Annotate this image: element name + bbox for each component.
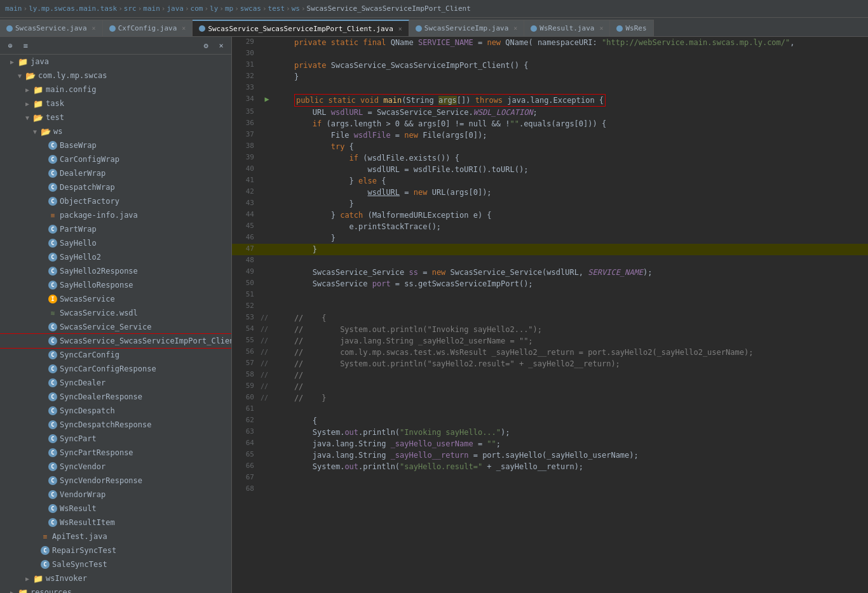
tree-salesynctest[interactable]: ▶ C SaleSyncTest bbox=[0, 557, 231, 571]
tree-partwrap[interactable]: ▶ C PartWrap bbox=[0, 222, 231, 236]
tab-wsres[interactable]: WsRes bbox=[610, 20, 653, 36]
code-35[interactable]: URL wsdlURL = SwcasService_Service.WSDL_… bbox=[273, 107, 868, 118]
code-31[interactable]: private SwcasService_SwcasServiceImpPort… bbox=[273, 60, 868, 71]
code-67[interactable] bbox=[273, 472, 868, 484]
tab-close-swcas-service[interactable]: × bbox=[92, 25, 96, 32]
breadcrumb-task[interactable]: ly.mp.swcas.main.task bbox=[29, 4, 117, 13]
code-44[interactable]: } catch (MalformedURLException e) { bbox=[273, 210, 868, 221]
tab-close-cxf[interactable]: × bbox=[182, 25, 186, 32]
tree-synccarconfig[interactable]: ▶ C SyncCarConfig bbox=[0, 348, 231, 362]
code-29[interactable]: private static final QName SERVICE_NAME … bbox=[273, 37, 868, 48]
tree-wsresult[interactable]: ▶ C WsResult bbox=[0, 502, 231, 516]
tree-sayhello[interactable]: ▶ C SayHello bbox=[0, 236, 231, 250]
tree-syncvendor[interactable]: ▶ C SyncVendor bbox=[0, 460, 231, 474]
code-66[interactable]: System.out.println("sayHello.result=" + … bbox=[273, 461, 868, 472]
tree-package-info[interactable]: ▶ ≡ package-info.java bbox=[0, 208, 231, 222]
tree-wsresultitem[interactable]: ▶ C WsResultItem bbox=[0, 516, 231, 530]
code-52[interactable] bbox=[273, 301, 868, 312]
tree-syncpart[interactable]: ▶ C SyncPart bbox=[0, 432, 231, 446]
settings-btn[interactable]: ⚙ bbox=[200, 39, 212, 52]
code-49[interactable]: SwcasService_Service ss = new SwcasServi… bbox=[273, 267, 868, 278]
code-30[interactable] bbox=[273, 48, 868, 60]
tree-syncdespatch-resp[interactable]: ▶ C SyncDespatchResponse bbox=[0, 418, 231, 432]
tree-syncvendor-resp[interactable]: ▶ C SyncVendorResponse bbox=[0, 474, 231, 488]
code-63[interactable]: System.out.println("Invoking sayHello...… bbox=[273, 427, 868, 438]
breadcrumb-com[interactable]: com bbox=[191, 4, 203, 13]
code-54[interactable]: // System.out.println("Invoking sayHello… bbox=[273, 324, 868, 335]
code-41[interactable]: } else { bbox=[273, 175, 868, 187]
tab-swcas-service[interactable]: SwcasService.java × bbox=[0, 20, 103, 36]
code-47[interactable]: } bbox=[273, 244, 868, 255]
tree-despatchwrap[interactable]: ▶ C DespatchWrap bbox=[0, 180, 231, 194]
breadcrumb-src[interactable]: src bbox=[124, 4, 137, 13]
code-32[interactable]: } bbox=[273, 71, 868, 83]
tab-cxf-config[interactable]: CxfConfig.java × bbox=[103, 20, 193, 36]
tab-close-wsresult[interactable]: × bbox=[599, 25, 603, 32]
breadcrumb-main[interactable]: main bbox=[5, 4, 22, 13]
code-56[interactable]: // com.ly.mp.swcas.test.ws.WsResult _say… bbox=[273, 347, 868, 358]
tree-main-config[interactable]: ▶ 📁 main.config bbox=[0, 83, 231, 97]
tab-swcas-client[interactable]: SwcasService_SwcasServiceImpPort_Client.… bbox=[193, 20, 409, 36]
breadcrumb-client[interactable]: SwcasService_SwcasServiceImpPort_Client bbox=[307, 4, 471, 13]
code-50[interactable]: SwcasService port = ss.getSwcasServiceIm… bbox=[273, 278, 868, 290]
code-65[interactable]: java.lang.String _sayHello__return = por… bbox=[273, 450, 868, 461]
code-39[interactable]: if (wsdlFile.exists()) { bbox=[273, 152, 868, 164]
navigate-btn[interactable]: ⊕ bbox=[4, 39, 17, 52]
code-45[interactable]: e.printStackTrace(); bbox=[273, 221, 868, 232]
tab-close-client[interactable]: × bbox=[398, 25, 402, 32]
breadcrumb-ws[interactable]: ws bbox=[292, 4, 300, 13]
tree-vendorwrap[interactable]: ▶ C VendorWrap bbox=[0, 488, 231, 502]
code-68[interactable] bbox=[273, 484, 868, 495]
tree-test[interactable]: ▼ 📂 test bbox=[0, 110, 231, 124]
tree-sayhelloresp[interactable]: ▶ C SayHelloResponse bbox=[0, 278, 231, 292]
tree-task[interactable]: ▶ 📁 task bbox=[0, 97, 231, 110]
tree-swcasservice[interactable]: ▶ I SwcasService bbox=[0, 292, 231, 306]
code-64[interactable]: java.lang.String _sayHello_userName = ""… bbox=[273, 438, 868, 450]
code-editor[interactable]: 29 private static final QName SERVICE_NA… bbox=[232, 37, 868, 593]
code-55[interactable]: // java.lang.String _sayHello2_userName … bbox=[273, 335, 868, 347]
tree-swcas-client-selected[interactable]: ▶ C SwcasService_SwcasServiceImpPort_Cli… bbox=[0, 334, 231, 348]
tree-carconfigwrap[interactable]: ▶ C CarConfigWrap bbox=[0, 152, 231, 166]
tree-repairsynctest[interactable]: ▶ C RepairSyncTest bbox=[0, 543, 231, 557]
code-59[interactable]: // bbox=[273, 381, 868, 392]
code-46[interactable]: } bbox=[273, 232, 868, 244]
tree-syncdealer[interactable]: ▶ C SyncDealer bbox=[0, 376, 231, 390]
code-61[interactable] bbox=[273, 404, 868, 415]
code-57[interactable]: // System.out.println("sayHello2.result=… bbox=[273, 358, 868, 370]
code-33[interactable] bbox=[273, 83, 868, 94]
breadcrumb-swcas[interactable]: swcas bbox=[240, 4, 261, 13]
tree-apitest[interactable]: ▶ ≡ ApiTest.java bbox=[0, 530, 231, 543]
breadcrumb-main2[interactable]: main bbox=[143, 4, 160, 13]
tree-com-ly[interactable]: ▼ 📂 com.ly.mp.swcas bbox=[0, 69, 231, 83]
breadcrumb-java[interactable]: java bbox=[166, 4, 184, 13]
tab-close-imp[interactable]: × bbox=[513, 25, 517, 32]
collapse-btn[interactable]: ≡ bbox=[19, 39, 32, 52]
tree-basewrap[interactable]: ▶ C BaseWrap bbox=[0, 138, 231, 152]
breadcrumb-ly[interactable]: ly bbox=[210, 4, 218, 13]
tree-swcaswsdl[interactable]: ▶ ≋ SwcasService.wsdl bbox=[0, 306, 231, 320]
tab-swcas-imp[interactable]: SwcasServiceImp.java × bbox=[409, 20, 524, 36]
tree-sayhello2[interactable]: ▶ C SayHello2 bbox=[0, 250, 231, 264]
code-42[interactable]: wsdlURL = new URL(args[0]); bbox=[273, 187, 868, 198]
close-sidebar-btn[interactable]: × bbox=[215, 39, 227, 52]
code-58[interactable]: // bbox=[273, 370, 868, 381]
code-34[interactable]: public static void main(String args[]) t… bbox=[273, 94, 868, 107]
code-43[interactable]: } bbox=[273, 198, 868, 210]
tree-ws[interactable]: ▼ 📂 ws bbox=[0, 124, 231, 138]
code-37[interactable]: File wsdlFile = new File(args[0]); bbox=[273, 130, 868, 141]
tree-sayhello2resp[interactable]: ▶ C SayHello2Response bbox=[0, 264, 231, 278]
code-38[interactable]: try { bbox=[273, 141, 868, 152]
tree-syncpart-resp[interactable]: ▶ C SyncPartResponse bbox=[0, 446, 231, 460]
code-51[interactable] bbox=[273, 290, 868, 301]
code-48[interactable] bbox=[273, 255, 868, 267]
tree-objectfactory[interactable]: ▶ C ObjectFactory bbox=[0, 194, 231, 208]
breadcrumb-test[interactable]: test bbox=[268, 4, 285, 13]
code-40[interactable]: wsdlURL = wsdlFile.toURI().toURL(); bbox=[273, 164, 868, 175]
tree-resources[interactable]: ▶ 📁 resources bbox=[0, 585, 231, 593]
tree-wsinvoker[interactable]: ▶ 📁 wsInvoker bbox=[0, 571, 231, 585]
code-62[interactable]: { bbox=[273, 415, 868, 427]
breadcrumb-mp[interactable]: mp bbox=[225, 4, 233, 13]
tab-wsresult[interactable]: WsResult.java × bbox=[524, 20, 610, 36]
tree-synccarconfig-resp[interactable]: ▶ C SyncCarConfigResponse bbox=[0, 362, 231, 376]
tree-swcasservice-svc[interactable]: ▶ C SwcasService_Service bbox=[0, 320, 231, 334]
